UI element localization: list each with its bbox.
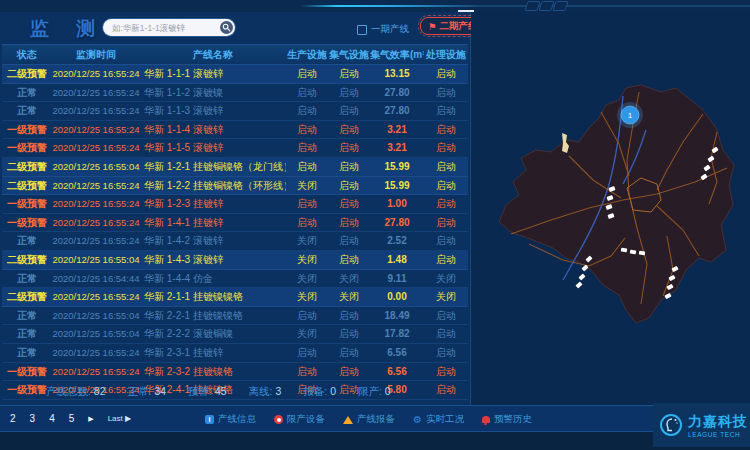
line-name-cell: 华新 1-4-2 滚镀锌 <box>140 232 286 250</box>
production-facility-cell: 关闭 <box>286 251 328 269</box>
search-input[interactable] <box>103 23 220 33</box>
line-name-cell: 华新 1-1-3 滚镀锌 <box>140 102 286 120</box>
table-row[interactable]: 二级预警 2020/12/25 16:55:04 华新 1-4-3 滚镀锌 关闭… <box>2 251 468 270</box>
table-row[interactable]: 二级预警 2020/12/25 16:55:24 华新 1-1-1 滚镀锌 启动… <box>2 65 468 84</box>
search-box[interactable] <box>103 19 235 36</box>
search-icon[interactable] <box>220 21 233 34</box>
line-name-cell: 华新 1-4-1 挂镀锌 <box>140 214 286 232</box>
gas-collection-cell: 关闭 <box>328 288 370 306</box>
line-name-cell: 华新 1-1-5 滚镀锌 <box>140 139 286 157</box>
status-cell: 二级预警 <box>2 251 52 269</box>
summary-bar: 产线总数82 正常34 预警45 离线3 报备0 限产0 <box>46 385 391 399</box>
page-button[interactable]: 5 <box>69 413 75 424</box>
page-button[interactable]: 3 <box>30 413 36 424</box>
header-decoration-rect <box>552 1 568 11</box>
table-body: 二级预警 2020/12/25 16:55:24 华新 1-1-1 滚镀锌 启动… <box>2 65 468 400</box>
treatment-cell: 启动 <box>424 381 468 399</box>
time-cell: 2020/12/25 16:55:24 <box>52 139 140 157</box>
legend-label: 实时工况 <box>426 413 464 426</box>
summary-value: 45 <box>215 385 227 397</box>
table-row[interactable]: 二级预警 2020/12/25 16:55:04 华新 1-2-1 挂镀铜镍铬（… <box>2 158 468 177</box>
time-cell: 2020/12/25 16:55:24 <box>52 344 140 362</box>
efficiency-cell: 15.99 <box>370 158 424 176</box>
page-button[interactable]: ▶ <box>88 415 93 423</box>
line-name-cell: 华新 2-3-2 挂镀镍铬 <box>140 363 286 381</box>
summary-item: 预警45 <box>188 385 227 399</box>
line-name-cell: 华新 2-1-1 挂镀镍镍铬 <box>140 288 286 306</box>
footer-bar: 2345▶Last ▶ 产线信息 限产设备 产线报备 实时工况 预警历史 <box>0 405 750 432</box>
company-logo: 力嘉科技 LEAGUE TECH <box>653 403 750 447</box>
efficiency-cell: 1.00 <box>370 195 424 213</box>
status-cell: 一级预警 <box>2 121 52 139</box>
page-button[interactable]: 2 <box>10 413 16 424</box>
line-name-cell: 华新 1-1-2 滚镀镍 <box>140 84 286 102</box>
limit-icon <box>274 415 283 424</box>
efficiency-cell: 1.48 <box>370 251 424 269</box>
line-name-cell: 华新 1-2-1 挂镀铜镍铬（龙门线） <box>140 158 286 176</box>
table-row[interactable]: 正常 2020/12/25 16:54:44 华新 1-4-4 仿金 关闭 关闭… <box>2 270 468 289</box>
table-row[interactable]: 一级预警 2020/12/25 16:55:24 华新 1-1-5 滚镀锌 启动… <box>2 139 468 158</box>
alarm-icon <box>482 416 490 423</box>
work-icon <box>413 415 422 425</box>
treatment-cell: 启动 <box>424 325 468 343</box>
gas-collection-cell: 启动 <box>328 363 370 381</box>
treatment-cell: 启动 <box>424 307 468 325</box>
page-button[interactable]: 4 <box>49 413 55 424</box>
monitor-table: 状态监测时间产线名称生产设施集气设施集气效率(m³/s)处理设施 二级预警 20… <box>2 44 468 400</box>
gas-collection-cell: 启动 <box>328 325 370 343</box>
summary-label: 离线 <box>249 385 276 397</box>
legend-button[interactable]: 限产设备 <box>274 413 325 426</box>
treatment-cell: 启动 <box>424 121 468 139</box>
phase1-label: 一期产线 <box>371 23 409 36</box>
checkbox-icon[interactable] <box>357 25 367 35</box>
table-row[interactable]: 正常 2020/12/25 16:55:04 华新 2-2-1 挂镀镍镍铬 启动… <box>2 307 468 326</box>
legend-button[interactable]: 产线报备 <box>343 413 395 426</box>
efficiency-cell: 0.00 <box>370 288 424 306</box>
table-row[interactable]: 正常 2020/12/25 16:55:04 华新 2-2-2 滚镀铜镍 关闭 … <box>2 325 468 344</box>
legend-button[interactable]: 预警历史 <box>482 413 532 426</box>
treatment-cell: 启动 <box>424 158 468 176</box>
table-row[interactable]: 一级预警 2020/12/25 16:55:24 华新 1-2-3 挂镀锌 启动… <box>2 195 468 214</box>
efficiency-cell: 2.52 <box>370 232 424 250</box>
table-row[interactable]: 一级预警 2020/12/25 16:55:24 华新 2-3-2 挂镀镍铬 启… <box>2 363 468 382</box>
district-map[interactable]: 1 <box>471 12 750 405</box>
map-panel[interactable]: 1 <box>471 12 750 405</box>
column-header: 监测时间 <box>52 45 140 64</box>
flag-icon: ⚑ <box>428 21 437 32</box>
legend-label: 产线信息 <box>218 413 256 426</box>
line-name-cell: 华新 1-2-2 挂镀铜镍铬（环形线） <box>140 177 286 195</box>
table-row[interactable]: 正常 2020/12/25 16:55:24 华新 1-1-3 滚镀锌 启动 启… <box>2 102 468 121</box>
time-cell: 2020/12/25 16:55:24 <box>52 102 140 120</box>
legend-button[interactable]: 产线信息 <box>205 413 256 426</box>
efficiency-cell: 6.56 <box>370 344 424 362</box>
page-title: 监 测 <box>30 16 106 42</box>
production-facility-cell: 启动 <box>286 195 328 213</box>
page-button[interactable]: Last ▶ <box>108 414 132 423</box>
time-cell: 2020/12/25 16:55:24 <box>52 84 140 102</box>
table-row[interactable]: 二级预警 2020/12/25 16:55:24 华新 2-1-1 挂镀镍镍铬 … <box>2 288 468 307</box>
gas-collection-cell: 启动 <box>328 102 370 120</box>
status-cell: 一级预警 <box>2 195 52 213</box>
table-row[interactable]: 正常 2020/12/25 16:55:24 华新 2-3-1 挂镀锌 启动 启… <box>2 344 468 363</box>
efficiency-cell: 27.80 <box>370 102 424 120</box>
phase1-checkbox[interactable]: 一期产线 <box>357 23 409 36</box>
table-row[interactable]: 正常 2020/12/25 16:55:24 华新 1-1-2 滚镀镍 启动 启… <box>2 84 468 103</box>
treatment-cell: 启动 <box>424 232 468 250</box>
table-row[interactable]: 一级预警 2020/12/25 16:55:24 华新 1-4-1 挂镀锌 启动… <box>2 214 468 233</box>
treatment-cell: 启动 <box>424 177 468 195</box>
legend-button[interactable]: 实时工况 <box>413 413 464 426</box>
cluster-marker[interactable]: 1 <box>617 102 643 128</box>
production-facility-cell: 启动 <box>286 102 328 120</box>
treatment-cell: 关闭 <box>424 270 468 288</box>
table-row[interactable]: 正常 2020/12/25 16:55:24 华新 1-4-2 滚镀锌 关闭 启… <box>2 232 468 251</box>
status-cell: 正常 <box>2 344 52 362</box>
production-facility-cell: 关闭 <box>286 325 328 343</box>
gas-collection-cell: 启动 <box>328 84 370 102</box>
table-row[interactable]: 一级预警 2020/12/25 16:55:24 华新 1-1-4 滚镀锌 启动… <box>2 121 468 140</box>
column-header: 处理设施 <box>424 45 468 64</box>
header-decoration-line <box>0 5 750 7</box>
treatment-cell: 关闭 <box>424 288 468 306</box>
treatment-cell: 启动 <box>424 251 468 269</box>
status-cell: 正常 <box>2 84 52 102</box>
table-row[interactable]: 二级预警 2020/12/25 16:55:24 华新 1-2-2 挂镀铜镍铬（… <box>2 177 468 196</box>
